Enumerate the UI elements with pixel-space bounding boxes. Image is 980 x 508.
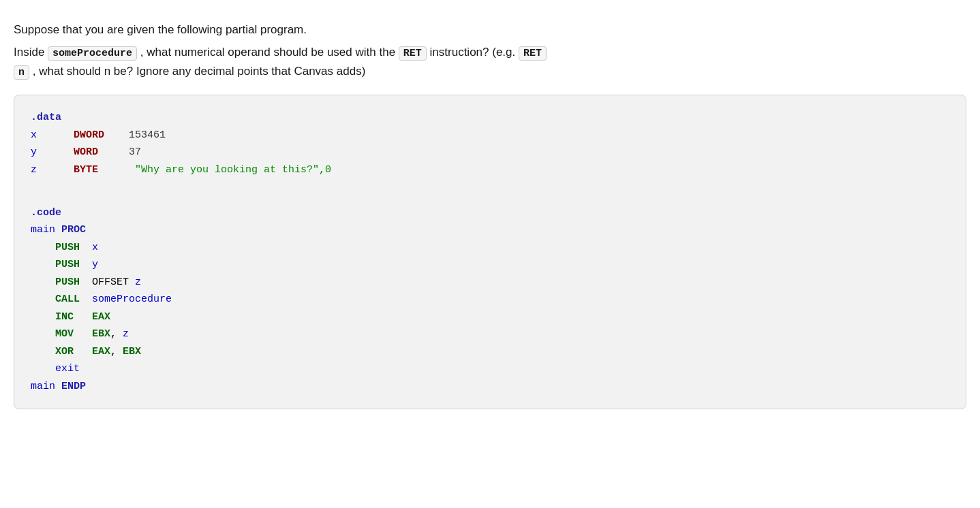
push3-keyword: PUSH	[55, 274, 80, 291]
spacer10	[80, 274, 92, 291]
code-line-push-offset-z: PUSH OFFSET z	[31, 274, 949, 291]
data-section-label: .data	[31, 109, 61, 127]
code-block: .data x DWORD 153461 y WORD 37 z BYTE "W…	[14, 95, 966, 409]
spacer4	[98, 144, 129, 161]
main-label: main	[31, 221, 55, 239]
push1-keyword: PUSH	[55, 239, 80, 257]
code-line-exit: exit	[31, 360, 949, 378]
inc-keyword: INC	[55, 308, 74, 326]
code-line-xor: XOR EAX , EBX	[31, 343, 949, 361]
push3-z: z	[135, 274, 141, 291]
code-line-main-endp: main ENDP	[31, 378, 949, 396]
blank-line-1	[31, 187, 949, 204]
var-z-type: BYTE	[74, 161, 98, 179]
main-endp-label: main	[31, 378, 55, 396]
xor-keyword: XOR	[55, 343, 74, 361]
push2-keyword: PUSH	[55, 256, 80, 274]
spacer8	[80, 239, 92, 257]
code-line-inc: INC EAX	[31, 308, 949, 326]
indent1	[31, 239, 55, 257]
spacer7	[55, 221, 61, 239]
code-line-x: x DWORD 153461	[31, 127, 949, 144]
var-z-name: z	[31, 161, 37, 179]
var-x-value: 153461	[129, 127, 166, 144]
call-arg: someProcedure	[92, 291, 172, 308]
indent7	[31, 343, 55, 361]
inline-code-ret2: RET	[519, 46, 547, 61]
call-keyword: CALL	[55, 291, 80, 308]
code-line-push-x: PUSH x	[31, 239, 949, 257]
var-x-name: x	[31, 127, 37, 144]
code-line-data-section: .data	[31, 109, 949, 127]
spacer3	[37, 144, 74, 161]
xor-eax: EAX	[92, 343, 110, 361]
code-line-main-proc: main PROC	[31, 221, 949, 239]
spacer11	[80, 291, 92, 308]
question-middle-text: , what numerical operand should be used …	[140, 46, 399, 59]
inline-code-ret: RET	[399, 46, 427, 61]
indent6	[31, 326, 55, 343]
spacer13	[74, 326, 92, 343]
var-z-value: "Why are you looking at this?",0	[135, 161, 331, 179]
spacer2	[104, 127, 129, 144]
var-y-name: y	[31, 144, 37, 161]
var-x-type: DWORD	[74, 127, 104, 144]
indent5	[31, 308, 55, 326]
exit-keyword: exit	[55, 360, 80, 378]
mov-ebx: EBX	[92, 326, 110, 343]
indent8	[31, 360, 55, 378]
spacer12	[74, 308, 92, 326]
spacer5	[37, 161, 74, 179]
proc-keyword: PROC	[61, 221, 86, 239]
push3-offset: OFFSET	[92, 274, 135, 291]
spacer14	[74, 343, 92, 361]
indent4	[31, 291, 55, 308]
spacer9	[80, 256, 92, 274]
indent3	[31, 274, 55, 291]
spacer6	[98, 161, 135, 179]
mov-comma: ,	[110, 326, 123, 343]
var-y-type: WORD	[74, 144, 98, 161]
code-line-z: z BYTE "Why are you looking at this?",0	[31, 161, 949, 179]
push2-arg: y	[92, 256, 98, 274]
question-after-ret: instruction? (e.g.	[430, 46, 519, 59]
inc-arg: EAX	[92, 308, 110, 326]
code-section-label: .code	[31, 204, 61, 222]
mov-keyword: MOV	[55, 326, 74, 343]
code-line-push-y: PUSH y	[31, 256, 949, 274]
code-line-code-section: .code	[31, 204, 949, 222]
endp-keyword: ENDP	[61, 378, 86, 396]
push1-arg: x	[92, 239, 98, 257]
code-line-call: CALL someProcedure	[31, 291, 949, 308]
spacer15	[55, 378, 61, 396]
inline-code-n: n	[14, 65, 29, 80]
spacer1	[37, 127, 74, 144]
question-line2: Inside someProcedure , what numerical op…	[14, 43, 966, 81]
inline-code-some-procedure: someProcedure	[48, 46, 137, 61]
xor-ebx: EBX	[123, 343, 141, 361]
question-line3-after: , what should n be? Ignore any decimal p…	[33, 65, 366, 78]
code-line-mov: MOV EBX , z	[31, 326, 949, 343]
code-line-y: y WORD 37	[31, 144, 949, 161]
question-inside-label: Inside	[14, 46, 48, 59]
indent2	[31, 256, 55, 274]
question-line1: Suppose that you are given the following…	[14, 20, 966, 39]
mov-z: z	[123, 326, 129, 343]
var-y-value: 37	[129, 144, 141, 161]
xor-comma: ,	[110, 343, 123, 361]
